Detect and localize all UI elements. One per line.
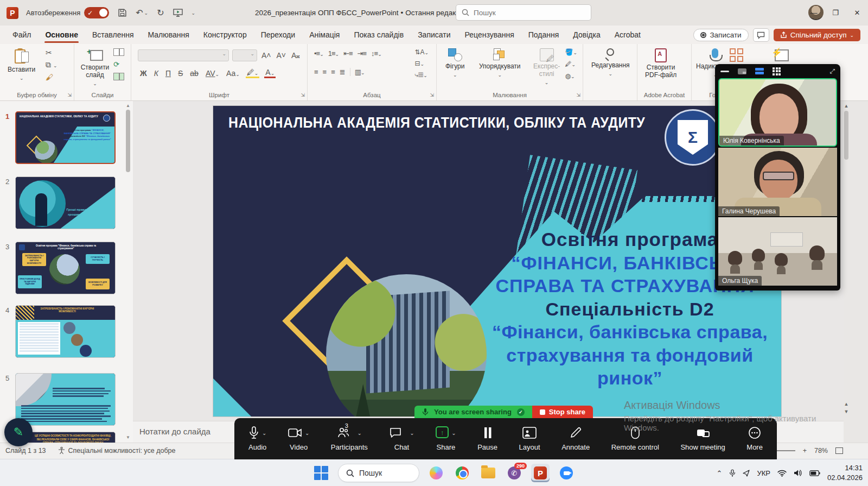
change-case-button[interactable]: Aa⌄	[225, 69, 241, 78]
show-meeting-button[interactable]: Show meeting	[680, 426, 725, 451]
chevron-down-icon[interactable]: ⌄	[305, 430, 309, 436]
decrease-indent-button[interactable]: ⇤≡	[343, 49, 352, 58]
chat-button[interactable]: ⌄ Chat	[389, 426, 414, 451]
audio-button[interactable]: ⌄ Audio	[248, 426, 266, 451]
tab-slideshow[interactable]: Показ слайдів	[347, 27, 411, 43]
decrease-font-button[interactable]: A˅	[276, 51, 288, 60]
bullets-button[interactable]: •≡⌄	[314, 49, 323, 58]
increase-font-button[interactable]: A˄	[260, 51, 272, 60]
tab-transitions[interactable]: Переходи	[254, 27, 302, 43]
justify-button[interactable]: ≣	[340, 68, 345, 76]
tab-record[interactable]: Записати	[411, 27, 457, 43]
strikethrough-button[interactable]: S	[177, 69, 184, 78]
viber-icon[interactable]: ✆290	[505, 464, 524, 482]
align-left-button[interactable]: ≡	[314, 68, 318, 76]
tab-animations[interactable]: Анімація	[302, 27, 347, 43]
shape-outline-button[interactable]: 🖉⌄	[565, 60, 577, 68]
create-pdf-button[interactable]: Створити PDF-файл	[645, 48, 676, 79]
slide-editor[interactable]: НАЦІОНАЛЬНА АКАДЕМІЯ СТАТИСТИКИ, ОБЛІКУ …	[213, 106, 781, 416]
clipboard-dialog-launcher[interactable]: ⇲	[67, 92, 72, 98]
video-button[interactable]: ⌄ Video	[288, 426, 309, 451]
new-slide-button[interactable]: + Створити слайд⌄	[79, 48, 111, 86]
qat-overflow-button[interactable]: ⌄	[192, 10, 196, 16]
minimize-videos-icon[interactable]	[720, 71, 729, 72]
restore-button[interactable]: ❐	[825, 0, 846, 26]
wifi-icon[interactable]	[777, 470, 787, 477]
autosave-control[interactable]: Автозбереження ✓	[26, 7, 109, 18]
columns-button[interactable]: ▥⌄	[350, 68, 365, 76]
cut-button[interactable]: ✂	[46, 48, 57, 57]
slideshow-button[interactable]	[173, 9, 183, 17]
powerpoint-taskbar-icon[interactable]: P	[531, 464, 550, 482]
save-button[interactable]	[118, 8, 127, 17]
zoom-level[interactable]: 78%	[814, 447, 828, 455]
share-screen-button[interactable]: ↑ ⌄ Share	[436, 426, 456, 451]
zoom-taskbar-icon[interactable]	[557, 464, 576, 482]
tab-view[interactable]: Подання	[521, 27, 566, 43]
shape-fill-button[interactable]: 🪣⌄	[565, 48, 577, 56]
font-size-select[interactable]	[232, 49, 257, 61]
animation-window-icon[interactable]	[775, 49, 789, 61]
tab-draw[interactable]: Малювання	[141, 27, 196, 43]
slide-scrollbar[interactable]: ▲ ▲ ▼	[843, 103, 850, 421]
copilot-icon[interactable]	[427, 464, 445, 482]
chevron-down-icon[interactable]: ⌄	[451, 430, 456, 436]
previous-slide-button[interactable]: ▲	[843, 401, 850, 407]
file-explorer-icon[interactable]	[479, 464, 497, 482]
taskbar-search[interactable]: Пошук	[338, 464, 419, 482]
zoom-annotate-fab[interactable]: ✎	[4, 418, 33, 446]
next-slide-button[interactable]: ▼	[843, 409, 850, 414]
video-tile-3[interactable]: Ольга Щука	[718, 217, 837, 286]
tab-file[interactable]: Файл	[5, 27, 38, 43]
designer-icon[interactable]	[730, 48, 744, 62]
document-title[interactable]: 2026_презентація ОПП ФБСС_PowerPoint•Ост…	[255, 9, 450, 17]
zoom-in-button[interactable]: +	[803, 447, 807, 455]
pause-share-button[interactable]: Pause	[477, 426, 497, 451]
record-button[interactable]: Записати	[693, 29, 748, 41]
thumbnail-scrollbar[interactable]: ▲ ▼	[125, 103, 131, 440]
video-tile-2[interactable]: Галина Черушева	[718, 148, 837, 216]
tab-review[interactable]: Рецензування	[458, 27, 521, 43]
char-spacing-button[interactable]: AV⌄	[205, 69, 220, 78]
accessibility-status[interactable]: Спеціальні можливості: усе добре	[58, 447, 176, 455]
bold-button[interactable]: Ж	[139, 69, 148, 78]
underline-button[interactable]: П	[164, 69, 172, 78]
volume-icon[interactable]	[794, 469, 802, 477]
chevron-down-icon[interactable]: ⌄	[358, 430, 362, 436]
redo-button[interactable]: ↻	[157, 8, 164, 18]
text-direction-button[interactable]: ⇅A⌄	[414, 48, 429, 56]
copy-button[interactable]: ⧉ ⌄	[46, 60, 57, 70]
clear-format-button[interactable]: A𝄪	[290, 51, 301, 60]
line-spacing-button[interactable]: ↕≡⌄	[371, 49, 381, 58]
chrome-icon[interactable]	[453, 464, 471, 482]
increase-indent-button[interactable]: ⇥≡	[358, 49, 366, 58]
tray-mic-icon[interactable]	[729, 469, 736, 477]
shape-effects-button[interactable]: ◍⌄	[565, 72, 577, 80]
speaker-view-icon[interactable]	[738, 68, 746, 74]
layout-button[interactable]: Layout	[519, 426, 540, 451]
participants-button[interactable]: 3 ⌄ Participants	[331, 426, 368, 451]
battery-icon[interactable]	[809, 470, 820, 476]
align-right-button[interactable]: ≡	[331, 68, 335, 76]
gallery-view-icon[interactable]	[755, 68, 764, 74]
close-button[interactable]: ✕	[846, 0, 868, 26]
italic-button[interactable]: К	[153, 69, 159, 78]
tray-expand-icon[interactable]: ⌃	[717, 469, 723, 477]
tab-home[interactable]: Основне	[38, 27, 85, 43]
zoom-video-panel[interactable]: ⤢ Юлія Ковернінська Галина Черушева Ольг…	[715, 64, 840, 291]
arrange-button[interactable]: Упорядкувати⌄	[479, 48, 521, 78]
highlight-color-button[interactable]: 🖉⌄	[246, 68, 260, 78]
align-text-button[interactable]: ⊟⌄	[414, 60, 429, 67]
tray-clock[interactable]: 14:31 02.04.2026	[827, 463, 863, 482]
font-name-select[interactable]	[138, 49, 229, 61]
comments-button[interactable]	[753, 28, 769, 42]
tab-help[interactable]: Довідка	[566, 27, 607, 43]
tab-acrobat[interactable]: Acrobat	[608, 27, 648, 43]
reset-button[interactable]: ⟳	[113, 60, 124, 68]
chevron-down-icon[interactable]: ⌄	[410, 430, 414, 436]
expand-icon[interactable]: ⤢	[829, 67, 835, 75]
scrollbar-thumb[interactable]	[844, 111, 848, 160]
autosave-toggle[interactable]: ✓	[84, 7, 109, 18]
annotate-button[interactable]: Annotate	[561, 426, 590, 451]
editing-button[interactable]: Редагування⌄	[591, 48, 630, 77]
